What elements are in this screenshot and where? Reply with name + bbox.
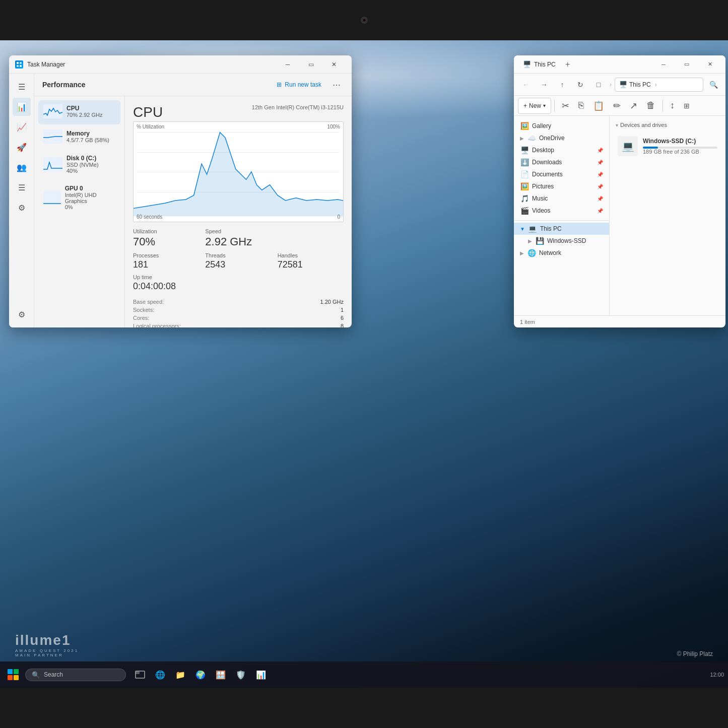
cpu-mini-chart xyxy=(43,104,62,118)
fe-new-button[interactable]: + New ▾ xyxy=(518,98,551,114)
header-actions: ⊞ Run new task ⋯ xyxy=(273,78,344,92)
performance-title: Performance xyxy=(42,81,86,89)
taskbar-edge-icon[interactable]: 🌍 xyxy=(191,666,210,684)
run-new-task-button[interactable]: ⊞ Run new task xyxy=(273,79,325,90)
ribbon-delete-button[interactable]: 🗑 xyxy=(642,98,659,114)
task-manager-window: Task Manager ─ ▭ ✕ ☰ 📊 📈 🚀 👥 ☰ ⚙ ⚙ Perfo… xyxy=(9,55,352,327)
threads-stat: Threads 2543 xyxy=(205,252,271,270)
gpu-item-val: 0% xyxy=(65,204,115,210)
sidebar-users-icon[interactable]: 👥 xyxy=(13,158,31,176)
fe-address-text: This PC xyxy=(629,81,651,88)
taskbar-folder-icon[interactable]: 📁 xyxy=(171,666,189,684)
taskbar-icons: 🌐 📁 🌍 🪟 🛡️ 📊 xyxy=(131,666,270,684)
fe-toolbar: ← → ↑ ↻ □ › 🖥️ This PC › 🔍 xyxy=(514,74,725,96)
fe-view-toggle-button[interactable]: □ xyxy=(590,77,607,93)
sidebar-app-history-icon[interactable]: 📈 xyxy=(13,118,31,136)
taskbar-tray: 12:00 xyxy=(710,672,724,678)
nav-videos-label: Videos xyxy=(532,207,550,214)
devices-section-title: ▾ Devices and drives xyxy=(614,120,721,132)
fe-up-button[interactable]: ↑ xyxy=(554,77,570,93)
ribbon-cut-button[interactable]: ✂ xyxy=(558,98,573,114)
taskbar-security-icon[interactable]: 🛡️ xyxy=(232,666,250,684)
start-button[interactable] xyxy=(4,666,22,684)
nav-videos[interactable]: 🎬 Videos 📌 xyxy=(514,205,609,217)
taskbar-perf-icon[interactable]: 📊 xyxy=(252,666,270,684)
close-button[interactable]: ✕ xyxy=(322,55,346,74)
speed-label: Speed xyxy=(205,228,271,234)
nav-downloads[interactable]: ⬇️ Downloads 📌 xyxy=(514,156,609,168)
fe-nav-pane: 🖼️ Gallery ▶ ☁️ OneDrive 🖥️ Desktop 📌 ⬇️… xyxy=(514,116,610,315)
sidebar-processes-icon[interactable]: 📊 xyxy=(13,98,31,116)
nav-documents[interactable]: 📄 Documents 📌 xyxy=(514,168,609,180)
fe-refresh-button[interactable]: ↻ xyxy=(572,77,588,93)
task-manager-title: Task Manager xyxy=(27,61,276,68)
svg-rect-3 xyxy=(20,65,22,67)
sidebar-menu-icon[interactable]: ☰ xyxy=(13,78,31,96)
new-chevron: ▾ xyxy=(543,103,546,108)
sidebar-details-icon[interactable]: ☰ xyxy=(13,178,31,196)
sidebar-services-icon[interactable]: ⚙ xyxy=(13,198,31,217)
windows-ssd-expand-icon: ▶ xyxy=(528,238,532,244)
nav-music[interactable]: 🎵 Music 📌 xyxy=(514,192,609,205)
perf-item-memory[interactable]: Memory 4.5/7.7 GB (58%) xyxy=(38,125,120,150)
fe-forward-button[interactable]: → xyxy=(536,77,552,93)
maximize-button[interactable]: ▭ xyxy=(299,55,322,74)
fe-address-bar[interactable]: 🖥️ This PC › xyxy=(615,78,703,92)
fe-maximize-button[interactable]: ▭ xyxy=(675,55,698,74)
nav-desktop[interactable]: 🖥️ Desktop 📌 xyxy=(514,144,609,156)
taskbar-explorer-icon[interactable] xyxy=(131,666,149,684)
nav-pictures[interactable]: 🖼️ Pictures 📌 xyxy=(514,180,609,192)
gpu-mini-chart xyxy=(43,190,61,205)
fe-path-sep: › xyxy=(609,81,613,88)
gpu-item-name: GPU 0 xyxy=(65,185,115,192)
nav-onedrive[interactable]: ▶ ☁️ OneDrive xyxy=(514,132,609,144)
file-explorer-tab[interactable]: 🖥️ This PC xyxy=(518,58,561,70)
handles-label: Handles xyxy=(278,252,344,258)
drive-c[interactable]: 💻 Windows-SSD (C:) 189 GB free of 236 GB xyxy=(614,132,721,160)
file-explorer-window: 🖥️ This PC + ─ ▭ ✕ ← → ↑ ↻ □ › 🖥️ This P… xyxy=(514,55,725,327)
gallery-icon: 🖼️ xyxy=(520,122,529,130)
sidebar-settings-icon[interactable]: ⚙ xyxy=(13,305,31,323)
nav-gallery[interactable]: 🖼️ Gallery xyxy=(514,120,609,132)
nav-network[interactable]: ▶ 🌐 Network xyxy=(514,247,609,259)
fe-back-button[interactable]: ← xyxy=(518,77,534,93)
uptime-stat: Up time 0:04:00:08 xyxy=(133,274,344,292)
taskbar-store-icon[interactable]: 🪟 xyxy=(212,666,230,684)
illume-brand-name: illume1 xyxy=(15,632,79,648)
drive-c-icon: 💻 xyxy=(618,136,638,156)
svg-rect-6 xyxy=(136,671,140,674)
processes-value: 181 xyxy=(133,259,199,270)
drive-c-space: 189 GB free of 236 GB xyxy=(643,149,717,155)
nav-this-pc[interactable]: ▼ 💻 This PC xyxy=(514,223,609,235)
cpu-item-name: CPU xyxy=(67,105,103,112)
cpu-info-table: Base speed:1.20 GHz Sockets:1 Cores:6 Lo… xyxy=(133,298,344,327)
utilization-stat: Utilization 70% xyxy=(133,228,199,248)
fe-address-icon: 🖥️ xyxy=(619,81,627,88)
add-tab-button[interactable]: + xyxy=(561,57,575,72)
memory-item-val: 4.5/7.7 GB (58%) xyxy=(67,137,109,143)
fe-search-button[interactable]: 🔍 xyxy=(705,77,721,93)
taskbar-copilot-icon[interactable]: 🌐 xyxy=(151,666,169,684)
sidebar-startup-icon[interactable]: 🚀 xyxy=(13,138,31,156)
ribbon-sort-button[interactable]: ↕ xyxy=(666,98,679,114)
ribbon-view-button[interactable]: ⊞ xyxy=(680,98,694,114)
processes-label: Processes xyxy=(133,252,199,258)
perf-item-gpu[interactable]: GPU 0 Intel(R) UHD Graphics 0% xyxy=(38,181,120,216)
ribbon-share-button[interactable]: ↗ xyxy=(626,98,641,114)
documents-pin-icon: 📌 xyxy=(597,172,603,177)
fe-close-button[interactable]: ✕ xyxy=(698,55,721,74)
ribbon-rename-button[interactable]: ✏ xyxy=(609,98,625,114)
svg-rect-0 xyxy=(17,62,19,64)
info-basespeed: Base speed:1.20 GHz xyxy=(133,298,344,306)
svg-marker-4 xyxy=(134,133,343,216)
nav-windows-ssd[interactable]: ▶ 💾 Windows-SSD xyxy=(514,235,609,247)
perf-item-disk[interactable]: Disk 0 (C:) SSD (NVMe) 40% xyxy=(38,151,120,180)
info-sockets: Sockets:1 xyxy=(133,306,344,314)
fe-minimize-button[interactable]: ─ xyxy=(652,55,675,74)
ribbon-copy-button[interactable]: ⎘ xyxy=(574,98,588,114)
taskbar-search[interactable]: 🔍 Search xyxy=(25,669,126,681)
perf-item-cpu[interactable]: CPU 70% 2.92 GHz xyxy=(38,100,120,124)
more-options-button[interactable]: ⋯ xyxy=(329,78,344,92)
ribbon-paste-button[interactable]: 📋 xyxy=(589,98,608,114)
minimize-button[interactable]: ─ xyxy=(276,55,299,74)
